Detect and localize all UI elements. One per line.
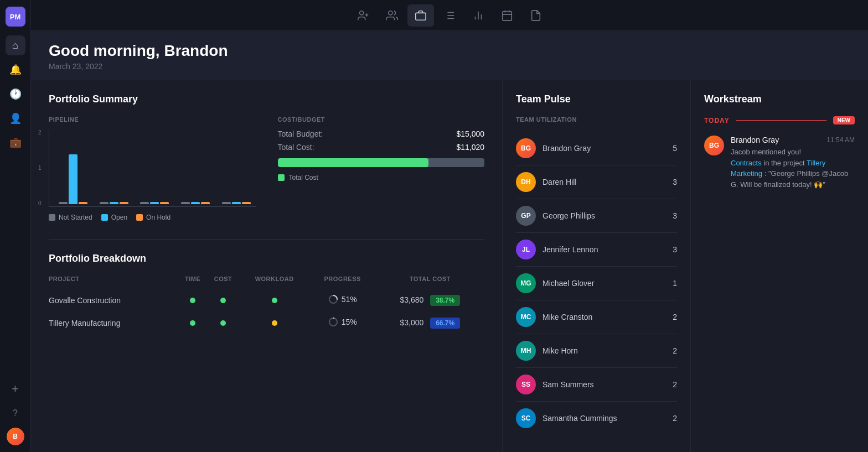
svg-rect-4 (416, 13, 426, 20)
svg-rect-14 (503, 11, 512, 20)
svg-point-0 (360, 11, 364, 14)
time-dot-1 (179, 289, 207, 311)
left-panel: Portfolio Summary PIPELINE 2 1 0 (31, 80, 503, 452)
bar-group-4 (176, 202, 215, 204)
table-row[interactable]: Govalle Construction 51% (49, 289, 484, 311)
y-label-1: 1 (38, 165, 42, 171)
sidebar-item-projects[interactable]: 💼 (6, 133, 25, 153)
avatar-daren: DH (516, 172, 536, 192)
workload-dot-1 (239, 289, 309, 311)
dot-green-time-2 (190, 320, 195, 326)
sidebar-item-help[interactable]: ? (6, 403, 25, 423)
app-logo[interactable]: PM (6, 7, 25, 27)
bar-o-3 (150, 202, 159, 204)
team-member-jennifer[interactable]: JL Jennifer Lennon 3 (516, 233, 677, 267)
team-member-samantha[interactable]: SC Samantha Cummings 2 (516, 402, 677, 435)
page-header: Good morning, Brandon March 23, 2022 (31, 31, 868, 80)
team-member-michael[interactable]: MG Michael Glover 1 (516, 267, 677, 300)
y-label-0: 0 (38, 200, 42, 206)
team-pulse-title: Team Pulse (516, 93, 677, 105)
new-badge: NEW (833, 116, 855, 124)
legend-label-on-hold: On Hold (146, 214, 170, 221)
team-member-daren[interactable]: DH Daren Hill 3 (516, 165, 677, 199)
badge-1: 38.7% (430, 295, 460, 306)
svg-point-3 (389, 11, 392, 14)
ws-avatar-brandon: BG (704, 136, 724, 155)
total-cost-value: $11,020 (456, 143, 484, 152)
legend-not-started: Not Started (49, 214, 92, 221)
ws-header-1: Brandon Gray 11:54 AM (731, 136, 855, 144)
legend-dot-on-hold (136, 214, 143, 221)
pipeline-chart-section: PIPELINE 2 1 0 (49, 116, 256, 221)
cost-dot-1 (207, 289, 240, 311)
dot-yellow-workload-2 (272, 320, 277, 326)
ws-link-contracts[interactable]: Contracts (731, 159, 762, 167)
sidebar-item-add[interactable]: + (6, 379, 25, 399)
nav-calendar[interactable] (494, 4, 520, 27)
team-member-sam[interactable]: SS Sam Summers 2 (516, 368, 677, 402)
avatar-mike-h: MH (516, 341, 536, 361)
member-count-michael: 1 (673, 279, 677, 288)
member-count-jennifer: 3 (673, 245, 677, 254)
ws-text-before: Jacob mentioned you! (731, 148, 801, 156)
sidebar-item-home[interactable]: ⌂ (6, 35, 25, 55)
col-project: PROJECT (49, 276, 179, 289)
bar-group-2 (95, 202, 133, 204)
nav-team[interactable] (379, 4, 405, 27)
user-avatar[interactable]: B (7, 428, 24, 445)
bar-oh-2 (120, 202, 128, 204)
sidebar-item-notifications[interactable]: 🔔 (6, 60, 25, 80)
time-dot-2 (179, 311, 207, 334)
portfolio-breakdown-section: Portfolio Breakdown PROJECT TIME COST WO… (49, 253, 484, 334)
member-count-mike-h: 2 (673, 346, 677, 355)
col-cost: COST (207, 276, 240, 289)
svg-point-19 (329, 318, 337, 326)
col-workload: WORKLOAD (239, 276, 309, 289)
team-member-brandon[interactable]: BG Brandon Gray 5 (516, 132, 677, 165)
total-cost-row: Total Cost: $11,020 (278, 143, 485, 152)
total-cost-label: Total Cost: (278, 143, 314, 152)
page-date: March 23, 2022 (49, 62, 850, 71)
bar-oh-5 (242, 202, 251, 204)
section-divider (49, 239, 484, 240)
member-name-mike-h: Mike Horn (542, 346, 673, 355)
page-title: Good morning, Brandon (49, 42, 850, 60)
total-cost-value-2: $3,000 (400, 318, 423, 327)
member-name-jennifer: Jennifer Lennon (542, 245, 673, 254)
member-name-michael: Michael Glover (542, 279, 673, 288)
sidebar: PM ⌂ 🔔 🕐 👤 💼 + ? B (0, 0, 31, 452)
avatar-jennifer: JL (516, 240, 536, 259)
dot-green-cost-2 (220, 320, 226, 326)
legend-open: Open (101, 214, 127, 221)
total-cost-value-1: $3,680 (400, 295, 423, 304)
y-label-2: 2 (38, 129, 42, 136)
sidebar-item-people[interactable]: 👤 (6, 108, 25, 128)
nav-analytics[interactable] (465, 4, 492, 27)
cost-budget-section: COST/BUDGET Total Budget: $15,000 Total … (278, 116, 485, 181)
bar-ns-4 (181, 202, 190, 204)
workload-dot-2 (239, 311, 309, 334)
col-time: TIME (179, 276, 207, 289)
bar-o-5 (232, 202, 241, 204)
avatar-brandon: BG (516, 138, 536, 158)
team-member-mike-h[interactable]: MH Mike Horn 2 (516, 334, 677, 368)
col-progress: PROGRESS (309, 276, 376, 289)
dot-green-cost-1 (220, 298, 226, 303)
dot-green-workload-1 (272, 298, 277, 303)
content-area: Portfolio Summary PIPELINE 2 1 0 (31, 80, 868, 452)
cost-legend: Total Cost (278, 174, 485, 181)
bar-group-3 (135, 202, 174, 204)
nav-list[interactable] (436, 4, 463, 27)
progress-icon-2 (328, 317, 338, 327)
bar-open-1 (69, 154, 78, 204)
legend-label-open: Open (111, 214, 127, 221)
member-name-daren: Daren Hill (542, 178, 673, 186)
nav-docs[interactable] (523, 4, 549, 27)
team-member-mike-c[interactable]: MC Mike Cranston 2 (516, 300, 677, 334)
sidebar-item-history[interactable]: 🕐 (6, 84, 25, 104)
table-row[interactable]: Tillery Manufacturing 15% (49, 311, 484, 334)
pipeline-label: PIPELINE (49, 116, 256, 123)
team-member-george[interactable]: GP George Phillips 3 (516, 199, 677, 233)
nav-team-add[interactable] (350, 4, 376, 27)
nav-portfolio[interactable] (407, 4, 434, 27)
